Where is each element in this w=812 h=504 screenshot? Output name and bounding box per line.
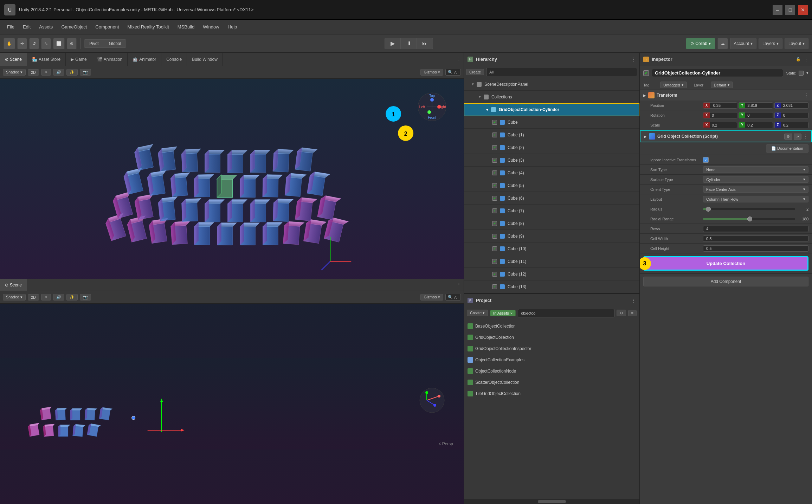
project-item-grid-collection[interactable]: GridObjectCollection	[464, 332, 639, 343]
menu-edit[interactable]: Edit	[19, 23, 35, 31]
menu-assets[interactable]: Assets	[35, 23, 57, 31]
hierarchy-item-collections[interactable]: ▼ Collections	[464, 91, 639, 103]
hierarchy-create-button[interactable]: Create	[466, 69, 484, 75]
lighting-button[interactable]: ☀	[41, 69, 51, 76]
cell-width-input[interactable]: 0.5	[703, 235, 808, 242]
documentation-button[interactable]: 📄 Documentation	[766, 144, 808, 153]
tab-scene[interactable]: ⊙ Scene	[0, 53, 27, 66]
project-search-input[interactable]	[518, 309, 614, 317]
menu-window[interactable]: Window	[199, 23, 223, 31]
close-button[interactable]: ✕	[798, 5, 808, 15]
step-button[interactable]: ⏭	[417, 38, 433, 49]
project-create-button[interactable]: Create ▾	[467, 310, 488, 316]
rotation-z-field[interactable]: Z 0	[774, 112, 808, 118]
rect-tool[interactable]: ⬜	[53, 38, 65, 49]
surface-type-dropdown[interactable]: Cylinder ▾	[703, 176, 808, 183]
panel-drag-handle[interactable]: ⋮	[454, 53, 464, 66]
hierarchy-search-input[interactable]	[486, 68, 637, 76]
gizmos-dropdown[interactable]: Gizmos ▾	[420, 69, 443, 76]
audio-button[interactable]: 🔊	[53, 69, 64, 76]
project-overflow-icon[interactable]: ⋮	[631, 298, 636, 303]
main-viewport-3d[interactable]: Top Right Left Front 1 2 < Persp	[0, 79, 464, 279]
menu-gameobject[interactable]: GameObject	[57, 23, 91, 31]
gameobject-name-input[interactable]	[652, 69, 783, 77]
pause-button[interactable]: ⏸	[401, 38, 417, 49]
transform-options-icon[interactable]: ⋮	[804, 93, 808, 98]
rotate-tool[interactable]: ↺	[29, 38, 39, 49]
cell-height-input[interactable]: 0.5	[703, 245, 808, 252]
bottom-effects-button[interactable]: ✨	[66, 294, 78, 301]
hierarchy-item-cube-0[interactable]: ✓ Cube	[464, 116, 639, 129]
collab-button[interactable]: ⊙ Collab ▾	[686, 38, 715, 49]
hierarchy-item-cube-10[interactable]: ✓ Cube (10)	[464, 243, 639, 255]
menu-help[interactable]: Help	[224, 23, 241, 31]
camera-button[interactable]: 📷	[80, 69, 91, 76]
hierarchy-item-cube-11[interactable]: ✓ Cube (11)	[464, 255, 639, 268]
gameobject-active-checkbox[interactable]: ✓	[643, 70, 649, 76]
menu-msbuild[interactable]: MSBuild	[173, 23, 199, 31]
tab-build-window[interactable]: Build Window	[187, 53, 223, 66]
grid-collection-open-btn[interactable]: ↗	[794, 134, 801, 140]
bottom-shaded-dropdown[interactable]: Shaded ▾	[3, 294, 26, 301]
hierarchy-item-cube-13[interactable]: ✓ Cube (13)	[464, 280, 639, 293]
grid-collection-overflow-icon[interactable]: ⋮	[803, 134, 808, 140]
search-all[interactable]: 🔍 All	[445, 69, 461, 76]
radius-thumb[interactable]	[706, 207, 711, 212]
hierarchy-item-cube-3[interactable]: ✓ Cube (3)	[464, 154, 639, 167]
update-collection-button[interactable]: Update Collection	[643, 256, 808, 271]
menu-file[interactable]: File	[3, 23, 19, 31]
position-x-field[interactable]: X -0.35	[703, 102, 737, 109]
transform-component-header[interactable]: ▶ Transform ⋮	[640, 90, 812, 101]
bottom-audio-button[interactable]: 🔊	[53, 294, 64, 301]
scale-z-field[interactable]: Z 0.2	[774, 122, 808, 128]
sort-type-dropdown[interactable]: None ▾	[703, 166, 808, 173]
play-button[interactable]: ▶	[385, 38, 401, 49]
bottom-2d-button[interactable]: 2D	[28, 294, 39, 301]
inspector-lock-icon[interactable]: 🔒	[796, 57, 801, 62]
hand-tool[interactable]: ✋	[4, 38, 15, 49]
scale-tool[interactable]: ⤡	[41, 38, 51, 49]
bottom-camera-button[interactable]: 📷	[80, 294, 91, 301]
project-item-tile-grid[interactable]: TileGridObjectCollection	[464, 388, 639, 399]
shaded-dropdown[interactable]: Shaded ▾	[3, 69, 26, 76]
project-item-scatter[interactable]: ScatterObjectCollection	[464, 377, 639, 388]
radial-range-slider-track[interactable]	[703, 218, 795, 220]
pivot-button[interactable]: Pivot	[84, 40, 104, 47]
hierarchy-item-cube-2[interactable]: ✓ Cube (2)	[464, 141, 639, 154]
account-dropdown[interactable]: Account ▾	[730, 38, 756, 49]
in-assets-filter[interactable]: In Assets ×	[490, 310, 516, 316]
bottom-viewport-3d[interactable]: < Persp	[0, 304, 464, 504]
tab-console[interactable]: Console	[161, 53, 187, 66]
tab-game[interactable]: ▶ Game	[66, 53, 92, 66]
effects-button[interactable]: ✨	[66, 69, 78, 76]
bottom-search-all[interactable]: 🔍 All	[445, 294, 461, 301]
hierarchy-overflow-icon[interactable]: ⋮	[631, 57, 636, 62]
add-component-button[interactable]: Add Component	[643, 277, 808, 286]
tab-animator[interactable]: 🤖 Animator	[128, 53, 161, 66]
hierarchy-item-cube-8[interactable]: ✓ Cube (8)	[464, 217, 639, 230]
project-item-grid-inspector[interactable]: GridObjectCollectionInspector	[464, 343, 639, 354]
project-item-base-collection[interactable]: BaseObjectCollection	[464, 321, 639, 332]
project-item-examples-prefab[interactable]: ObjectCollectionExamples	[464, 354, 639, 366]
menu-mrtk[interactable]: Mixed Reality Toolkit	[123, 23, 173, 31]
maximize-button[interactable]: □	[785, 5, 795, 15]
hierarchy-item-cube-5[interactable]: ✓ Cube (5)	[464, 179, 639, 192]
rotation-y-field[interactable]: Y 0	[739, 112, 773, 118]
inspector-overflow-icon[interactable]: ⋮	[804, 57, 808, 62]
orient-type-dropdown[interactable]: Face Center Axis ▾	[703, 186, 808, 193]
static-dropdown-icon[interactable]: ▾	[806, 71, 808, 75]
layout-dropdown[interactable]: Layout ▾	[785, 38, 808, 49]
bottom-panel-handle[interactable]: ⋮	[454, 279, 464, 291]
project-scroll-area[interactable]	[464, 499, 639, 504]
layout-dropdown-inspector[interactable]: Column Then Row ▾	[703, 196, 808, 202]
tab-asset-store[interactable]: 🏪 Asset Store	[27, 53, 66, 66]
cloud-button[interactable]: ☁	[717, 38, 728, 49]
hierarchy-item-cube-7[interactable]: ✓ Cube (7)	[464, 205, 639, 217]
rows-input[interactable]: 4	[703, 226, 808, 232]
hierarchy-item-cube-9[interactable]: ✓ Cube (9)	[464, 230, 639, 243]
position-z-field[interactable]: Z 2.031	[774, 102, 808, 109]
bottom-gizmos-dropdown[interactable]: Gizmos ▾	[420, 294, 443, 301]
move-tool[interactable]: ✛	[17, 38, 27, 49]
position-y-field[interactable]: Y 3.819	[739, 102, 773, 109]
tab-animation[interactable]: 🎬 Animation	[92, 53, 128, 66]
